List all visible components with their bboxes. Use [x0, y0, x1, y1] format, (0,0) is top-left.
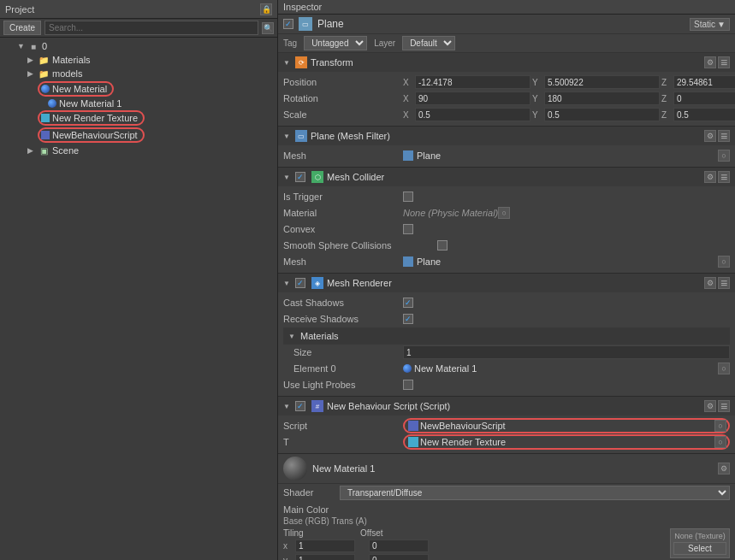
t-picker-icon[interactable]: ○: [714, 436, 726, 448]
tree-item-scene[interactable]: ▶ ▣ Scene: [0, 144, 277, 157]
y-tiling-input[interactable]: [295, 554, 355, 560]
mesh-collider-enable-checkbox[interactable]: [295, 172, 305, 182]
position-z-input[interactable]: [673, 75, 735, 89]
collider-material-picker-icon[interactable]: ○: [498, 207, 510, 219]
mesh-filter-title: Plane (Mesh Filter): [311, 131, 701, 141]
behaviour-script-header[interactable]: ▼ # New Behaviour Script (Script) ⚙ ≡: [278, 397, 735, 416]
mesh-filter-settings-icon[interactable]: ⚙: [704, 130, 716, 142]
materials-size-input[interactable]: [403, 345, 730, 359]
search-input[interactable]: [44, 21, 258, 35]
layer-dropdown[interactable]: Default: [402, 36, 455, 50]
convex-checkbox[interactable]: [403, 224, 413, 234]
shader-dropdown[interactable]: Transparent/Diffuse: [340, 486, 730, 500]
tree-item-new-material[interactable]: New Material: [38, 81, 114, 97]
rotation-z-input[interactable]: [673, 91, 735, 105]
rotation-xyz: X Y Z: [403, 91, 735, 105]
script-row: Script NewBehaviourScript ○: [283, 418, 730, 433]
is-trigger-row: Is Trigger: [283, 189, 730, 204]
cast-shadows-checkbox[interactable]: [403, 298, 413, 308]
behaviour-script-menu-icon[interactable]: ≡: [718, 400, 730, 412]
x-tiling-input[interactable]: [295, 539, 355, 552]
behaviour-script-settings-icon[interactable]: ⚙: [704, 400, 716, 412]
layer-label: Layer: [374, 38, 395, 48]
material-settings-icon[interactable]: ⚙: [718, 463, 730, 475]
mesh-renderer-settings-icon[interactable]: ⚙: [704, 277, 716, 289]
create-button[interactable]: Create: [3, 21, 41, 35]
tiling-x-row: x: [283, 539, 663, 552]
transform-header[interactable]: ▼ ⟳ Transform ⚙ ≡: [278, 53, 735, 72]
mesh-value: Plane: [417, 150, 441, 161]
smooth-sphere-checkbox[interactable]: [437, 240, 448, 251]
rotation-y-input[interactable]: [544, 91, 660, 105]
mesh-filter-header[interactable]: ▼ ▭ Plane (Mesh Filter) ⚙ ≡: [278, 127, 735, 145]
inspector-header: Inspector: [278, 0, 735, 15]
element-0-picker-icon[interactable]: ○: [718, 363, 730, 374]
mesh-label: Mesh: [283, 150, 403, 161]
smooth-sphere-row: Smooth Sphere Collisions: [283, 238, 730, 253]
object-enable-checkbox[interactable]: [283, 19, 293, 29]
tree-item-models[interactable]: ▶ 📁 models: [0, 67, 277, 80]
collider-mesh-picker-icon[interactable]: ○: [718, 256, 730, 268]
mesh-collider-menu-icon[interactable]: ≡: [718, 171, 730, 183]
object-name-input[interactable]: [317, 18, 685, 30]
use-light-probes-row: Use Light Probes: [283, 377, 730, 392]
lock-icon[interactable]: 🔒: [260, 3, 272, 15]
transform-settings-icon[interactable]: ⚙: [704, 56, 716, 68]
tree-item-materials[interactable]: ▶ 📁 Materials: [0, 53, 277, 67]
tree-item-new-render-texture[interactable]: New Render Texture: [38, 110, 145, 126]
receive-shadows-checkbox[interactable]: [403, 314, 413, 324]
collider-mesh-label: Mesh: [283, 256, 403, 267]
mesh-renderer-enable-checkbox[interactable]: [295, 278, 305, 288]
position-y-input[interactable]: [544, 75, 660, 89]
convex-label: Convex: [283, 224, 403, 234]
project-tree: ▼ ■ 0 ▶ 📁 Materials ▶ 📁 models New Mater…: [0, 38, 277, 560]
behaviour-script-enable-checkbox[interactable]: [295, 401, 305, 411]
script-label: Script: [283, 421, 403, 431]
arrow-icon: ▶: [27, 146, 38, 155]
y-offset-input[interactable]: [369, 554, 429, 560]
scale-z-input[interactable]: [673, 108, 735, 121]
right-panel: Inspector ▭ Static ▼ Tag Untagged Layer …: [278, 0, 735, 560]
mesh-collider-header[interactable]: ▼ ⬡ Mesh Collider ⚙ ≡: [278, 168, 735, 186]
search-icon[interactable]: 🔍: [262, 22, 274, 34]
mesh-collider-body: Is Trigger Material None (Physic Materia…: [278, 186, 735, 273]
rotation-label: Rotation: [283, 93, 403, 103]
transform-title: Transform: [311, 57, 701, 68]
behaviour-script-body: Script NewBehaviourScript ○ T New Render…: [278, 416, 735, 453]
project-label: Project: [5, 4, 34, 15]
tag-dropdown[interactable]: Untagged: [304, 36, 367, 50]
collapse-arrow-icon: ▼: [288, 333, 297, 340]
select-texture-button[interactable]: Select: [673, 542, 726, 555]
static-badge[interactable]: Static ▼: [690, 18, 730, 31]
tree-item-root[interactable]: ▼ ■ 0: [0, 39, 277, 53]
texture-box: None (Texture) Select: [670, 528, 730, 558]
material-ball-icon: [41, 85, 50, 93]
position-x-input[interactable]: [415, 75, 531, 89]
scale-x-input[interactable]: [415, 108, 531, 121]
main-color-title: Main Color: [283, 504, 730, 515]
rotation-x-input[interactable]: [415, 91, 531, 105]
x-offset-input[interactable]: [369, 539, 429, 552]
x-label: X: [403, 110, 413, 120]
mesh-renderer-header[interactable]: ▼ ◈ Mesh Renderer ⚙ ≡: [278, 274, 735, 292]
tree-label-0: 0: [42, 41, 47, 51]
inspector-title: Inspector: [283, 2, 322, 12]
mesh-renderer-menu-icon[interactable]: ≡: [718, 277, 730, 289]
convex-row: Convex: [283, 221, 730, 237]
mesh-picker-icon[interactable]: ○: [718, 150, 730, 162]
use-light-probes-checkbox[interactable]: [403, 380, 413, 390]
is-trigger-checkbox[interactable]: [403, 192, 413, 202]
scale-y-input[interactable]: [544, 108, 660, 121]
static-label: Static: [694, 20, 715, 29]
transform-menu-icon[interactable]: ≡: [718, 56, 730, 68]
tree-item-new-material-1[interactable]: New Material 1: [0, 97, 277, 109]
material-ball-icon: [48, 99, 56, 108]
script-picker-icon[interactable]: ○: [714, 420, 726, 432]
collider-mesh-value-row: Plane: [403, 256, 718, 267]
mesh-filter-section: ▼ ▭ Plane (Mesh Filter) ⚙ ≡ Mesh Plane ○: [278, 127, 735, 168]
mesh-collider-settings-icon[interactable]: ⚙: [704, 171, 716, 183]
static-dropdown-icon: ▼: [717, 20, 726, 29]
project-toolbar: Create 🔍: [0, 19, 277, 38]
mesh-filter-menu-icon[interactable]: ≡: [718, 130, 730, 142]
tree-item-new-behaviour-script[interactable]: NewBehaviourScript: [38, 127, 145, 143]
